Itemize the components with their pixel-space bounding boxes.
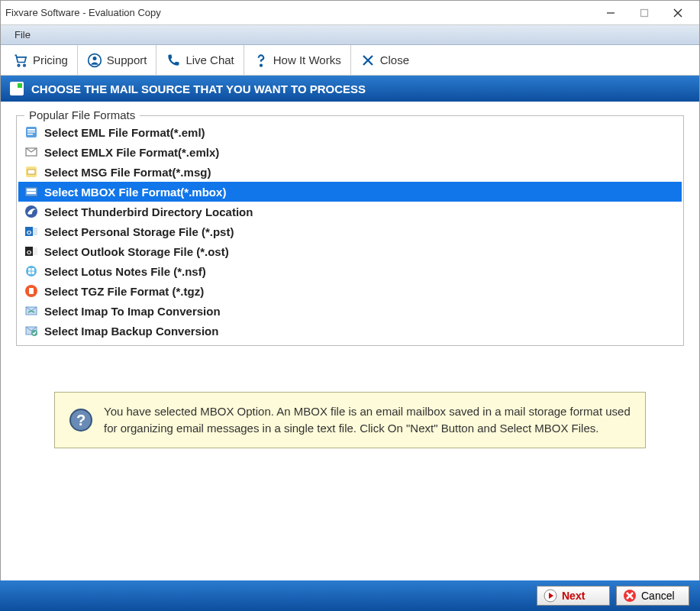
support-label: Support	[107, 53, 147, 66]
close-label: Close	[380, 53, 409, 66]
file-menu[interactable]: File	[8, 27, 37, 42]
close-button[interactable]: Close	[351, 45, 418, 75]
format-item[interactable]: OSelect Personal Storage File (*.pst)	[18, 221, 682, 241]
cancel-button[interactable]: Cancel	[616, 586, 689, 606]
info-text: You have selected MBOX Option. An MBOX f…	[104, 403, 631, 437]
cart-icon	[13, 53, 28, 68]
format-item[interactable]: Select EMLX File Format(*.emlx)	[18, 142, 682, 162]
format-item-label: Select Outlook Storage File (*.ost)	[44, 245, 229, 258]
svg-point-8	[260, 64, 262, 66]
format-item[interactable]: Select Imap Backup Conversion	[18, 321, 682, 341]
howitworks-label: How It Works	[273, 53, 341, 66]
livechat-label: Live Chat	[185, 53, 234, 66]
msg-icon	[24, 165, 38, 179]
tgz-icon	[24, 284, 38, 298]
format-item[interactable]: OSelect Outlook Storage File (*.ost)	[18, 241, 682, 261]
svg-rect-1	[641, 9, 648, 16]
format-item[interactable]: Select EML File Format(*.eml)	[18, 122, 682, 142]
ost-icon: O	[24, 244, 38, 258]
window-controls	[603, 5, 695, 21]
format-item[interactable]: Select MSG File Format(*.msg)	[18, 162, 682, 182]
pst-icon: O	[24, 225, 38, 238]
close-icon	[360, 53, 376, 68]
format-item-label: Select EMLX File Format(*.emlx)	[44, 146, 219, 159]
format-item-label: Select MBOX File Format(*.mbox)	[44, 186, 226, 199]
svg-rect-19	[27, 189, 36, 191]
format-list: Select EML File Format(*.eml)Select EMLX…	[18, 122, 682, 341]
format-item[interactable]: Select TGZ File Format (*.tgz)	[18, 281, 682, 301]
svg-text:?: ?	[76, 412, 85, 428]
section-header: CHOOSE THE MAIL SOURCE THAT YOU WANT TO …	[1, 76, 699, 102]
thunderbird-icon	[24, 205, 38, 218]
toolbar: Pricing Support Live Chat How It Works C…	[1, 45, 699, 76]
next-label: Next	[562, 590, 585, 602]
svg-rect-27	[33, 247, 37, 255]
format-item-label: Select Imap Backup Conversion	[44, 325, 218, 338]
maximize-button[interactable]	[637, 5, 652, 21]
format-item[interactable]: Select Thunderbird Directory Location	[18, 202, 682, 221]
eml-icon	[24, 125, 38, 139]
close-window-button[interactable]	[670, 5, 685, 21]
pricing-label: Pricing	[33, 53, 68, 66]
imap-icon	[24, 304, 38, 318]
emlx-icon	[24, 145, 38, 159]
cancel-icon	[623, 589, 637, 603]
format-item-label: Select Thunderbird Directory Location	[44, 205, 253, 218]
groupbox-title: Popular File Formats	[24, 108, 140, 121]
main-content: Popular File Formats Select EML File For…	[1, 102, 699, 468]
svg-rect-12	[27, 129, 35, 131]
svg-point-4	[18, 64, 20, 66]
svg-text:O: O	[27, 229, 31, 236]
person-icon	[87, 53, 102, 68]
mbox-icon	[24, 185, 38, 199]
footer: Next Cancel	[0, 580, 700, 611]
menubar: File	[1, 25, 699, 45]
window-title: Fixvare Software - Evaluation Copy	[5, 7, 603, 18]
svg-point-5	[24, 64, 26, 66]
question-icon	[253, 53, 269, 68]
format-item-label: Select Lotus Notes File (*.nsf)	[44, 265, 206, 278]
svg-rect-17	[27, 170, 35, 174]
nsf-icon	[24, 264, 38, 278]
select-source-icon	[10, 82, 24, 95]
next-button[interactable]: Next	[537, 586, 610, 606]
svg-rect-13	[27, 131, 35, 133]
svg-rect-33	[29, 288, 34, 294]
imapbackup-icon	[24, 324, 38, 338]
format-item-label: Select Personal Storage File (*.pst)	[44, 225, 234, 238]
svg-rect-24	[33, 228, 37, 235]
howitworks-button[interactable]: How It Works	[244, 45, 351, 75]
minimize-button[interactable]	[603, 5, 618, 21]
format-item-label: Select TGZ File Format (*.tgz)	[44, 285, 204, 298]
livechat-button[interactable]: Live Chat	[156, 45, 244, 75]
play-icon	[544, 589, 557, 603]
support-button[interactable]: Support	[78, 45, 157, 75]
titlebar: Fixvare Software - Evaluation Copy	[1, 1, 699, 25]
help-icon: ?	[69, 408, 93, 432]
phone-icon	[166, 53, 181, 68]
format-item[interactable]: Select Imap To Imap Conversion	[18, 301, 682, 321]
formats-groupbox: Popular File Formats Select EML File For…	[16, 115, 684, 346]
svg-rect-20	[27, 192, 36, 194]
info-box: ? You have selected MBOX Option. An MBOX…	[54, 392, 646, 448]
section-header-title: CHOOSE THE MAIL SOURCE THAT YOU WANT TO …	[31, 82, 366, 95]
cancel-label: Cancel	[641, 590, 675, 602]
format-item[interactable]: Select MBOX File Format(*.mbox)	[18, 182, 682, 202]
pricing-button[interactable]: Pricing	[4, 45, 78, 75]
svg-text:O: O	[27, 249, 31, 256]
format-item-label: Select EML File Format(*.eml)	[44, 126, 205, 139]
svg-rect-14	[27, 134, 33, 135]
format-item[interactable]: Select Lotus Notes File (*.nsf)	[18, 261, 682, 281]
format-item-label: Select Imap To Imap Conversion	[44, 305, 221, 318]
format-item-label: Select MSG File Format(*.msg)	[44, 166, 211, 179]
svg-point-7	[92, 57, 96, 60]
